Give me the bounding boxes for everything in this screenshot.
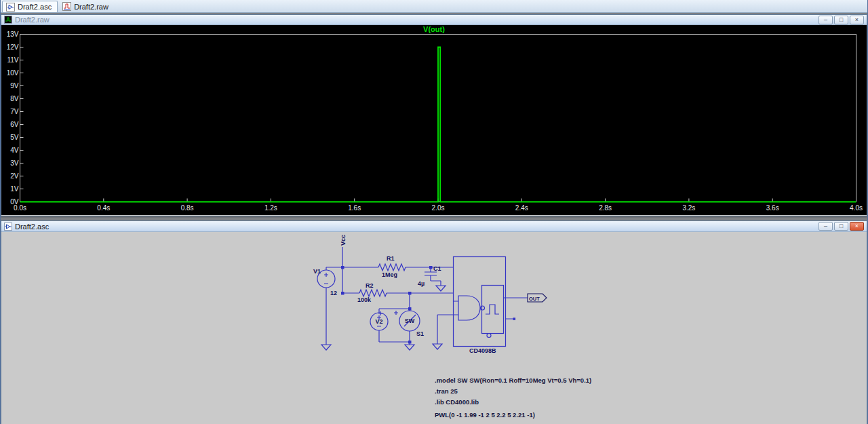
minimize-button[interactable]: – [818, 222, 833, 231]
waveform-plot: 0V1V2V3V4V5V6V7V8V9V10V11V12V13V0.0s0.4s… [1, 25, 867, 215]
resistor-r2-symbol [359, 290, 387, 296]
x-tick-label: 1.6s [348, 204, 361, 212]
out-port-flag[interactable]: OUT [528, 294, 547, 302]
r2-name[interactable]: R2 [366, 282, 374, 289]
r2-value[interactable]: 100k [357, 296, 372, 303]
schematic-canvas[interactable]: Vcc V1 12 R1 1Meg R2 100k C1 4µ V2 SW S1… [1, 232, 867, 424]
tab-draft2-raw[interactable]: Draft2.raw [59, 1, 114, 12]
y-tick-label: 13V [7, 31, 19, 38]
v2-name[interactable]: V2 [375, 318, 382, 325]
resistor-r1-symbol [378, 264, 406, 271]
ground-icon [321, 345, 331, 350]
x-tick-label: 3.6s [766, 204, 779, 212]
window-title: Draft2.asc [15, 223, 49, 231]
sw-name[interactable]: SW [405, 317, 415, 324]
x-tick-label: 2.0s [432, 204, 445, 212]
window-title: Draft2.raw [15, 16, 50, 24]
minimize-button[interactable]: – [818, 16, 833, 24]
window-controls: – □ × [818, 16, 864, 24]
schematic-window-icon[interactable] [4, 223, 12, 231]
y-tick-label: 1V [10, 185, 19, 193]
waveform-plot-area[interactable]: V(out) 0V1V2V3V4V5V6V7V8V9V10V11V12V13V0… [1, 25, 867, 215]
tab-label: Draft2.raw [74, 3, 108, 11]
spice-directive[interactable]: .lib CD4000.lib [435, 398, 479, 406]
close-button[interactable]: × [850, 222, 864, 231]
maximize-button[interactable]: □ [834, 16, 848, 24]
y-tick-label: 5V [10, 134, 19, 141]
y-tick-label: 7V [10, 108, 19, 115]
y-tick-label: 2V [10, 172, 19, 180]
y-tick-label: 3V [10, 159, 19, 167]
r1-value[interactable]: 1Meg [382, 271, 397, 278]
schematic-file-icon [6, 3, 15, 12]
schematic-titlebar[interactable]: Draft2.asc – □ × [1, 221, 867, 232]
schematic-editor-window: Draft2.asc – □ × [1, 220, 867, 424]
sw-ref[interactable]: S1 [416, 330, 424, 337]
tab-label: Draft2.asc [18, 3, 52, 11]
y-tick-label: 6V [10, 121, 19, 128]
close-button[interactable]: × [850, 16, 864, 24]
x-tick-label: 4.0s [850, 204, 863, 212]
x-tick-label: 1.2s [264, 204, 277, 212]
x-tick-label: 0.8s [181, 204, 194, 212]
v1-value[interactable]: 12 [330, 290, 337, 296]
y-tick-label: 4V [10, 147, 19, 154]
v1-name[interactable]: V1 [313, 268, 321, 275]
x-tick-label: 0.0s [14, 204, 26, 212]
ground-icon [436, 286, 446, 291]
spice-directive[interactable]: PWL(0 -1 1.99 -1 2 5 2.2 5 2.21 -1) [435, 411, 535, 419]
vout-trace [20, 47, 856, 202]
x-tick-label: 0.4s [97, 204, 110, 212]
y-tick-label: 9V [10, 82, 19, 90]
maximize-button[interactable]: □ [834, 222, 848, 231]
ic-monostable-symbol[interactable] [453, 257, 506, 347]
r1-name[interactable]: R1 [387, 255, 395, 262]
c1-name[interactable]: C1 [433, 265, 441, 272]
out-port-label: OUT [529, 296, 540, 302]
y-tick-label: 11V [7, 56, 18, 64]
spice-directive[interactable]: .tran 25 [435, 387, 458, 395]
vcc-label[interactable]: Vcc [340, 235, 347, 246]
ltspice-app: Draft2.asc Draft2.raw Draft2.raw – □ × V… [0, 0, 868, 424]
tab-draft2-asc[interactable]: Draft2.asc [2, 1, 58, 12]
x-tick-label: 2.4s [515, 204, 528, 212]
y-tick-label: 10V [7, 69, 19, 77]
document-tab-bar: Draft2.asc Draft2.raw [1, 0, 867, 13]
ground-icon [433, 344, 442, 349]
waveform-file-icon [62, 2, 71, 11]
waveform-viewer-window: Draft2.raw – □ × V(out) 0V1V2V3V4V5V6V7V… [1, 14, 867, 216]
y-tick-label: 8V [10, 95, 19, 102]
y-tick-label: 12V [7, 43, 19, 51]
c1-value[interactable]: 4µ [418, 280, 425, 287]
schematic-drawing: Vcc V1 12 R1 1Meg R2 100k C1 4µ V2 SW S1… [1, 232, 867, 424]
x-tick-label: 3.2s [682, 204, 695, 212]
ground-icon [405, 345, 414, 350]
waveform-titlebar[interactable]: Draft2.raw – □ × [1, 15, 867, 25]
waveform-window-icon[interactable] [4, 16, 12, 24]
component-labels: Vcc V1 12 R1 1Meg R2 100k C1 4µ V2 SW S1… [313, 235, 496, 354]
spice-directive[interactable]: .model SW SW(Ron=0.1 Roff=10Meg Vt=0.5 V… [435, 377, 591, 384]
x-tick-label: 2.8s [599, 204, 612, 212]
window-controls: – □ × [818, 222, 864, 231]
ic-label[interactable]: CD4098B [469, 347, 496, 354]
